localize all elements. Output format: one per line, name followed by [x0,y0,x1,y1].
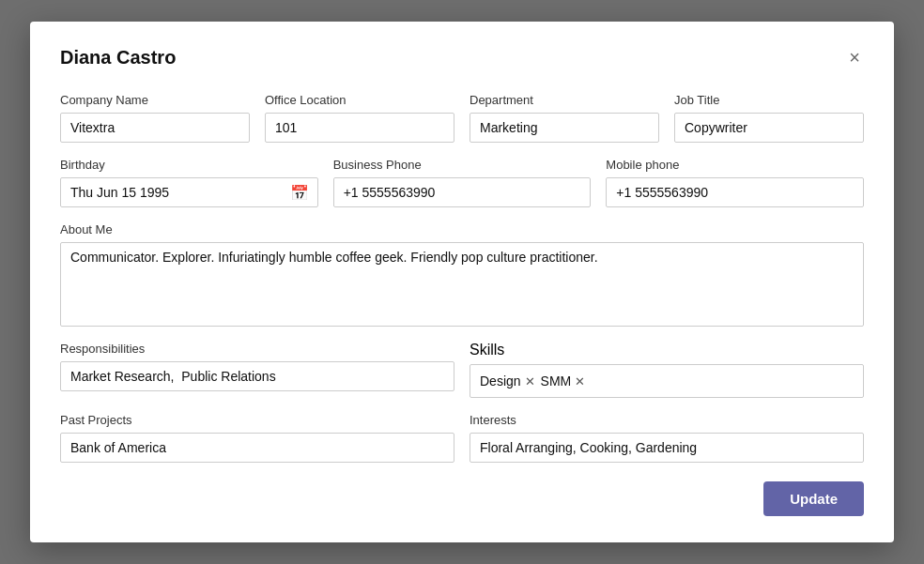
responsibilities-label: Responsibilities [60,342,454,356]
responsibilities-field: Responsibilities [60,342,454,398]
office-location-input[interactable] [265,113,454,143]
row-2: Birthday 📅 Business Phone Mobile phone [60,158,864,207]
birthday-label: Birthday [60,158,318,172]
business-phone-field: Business Phone [333,158,592,207]
mobile-phone-input[interactable] [606,177,864,207]
mobile-phone-field: Mobile phone [606,158,864,207]
mobile-phone-label: Mobile phone [606,158,864,172]
skills-label: Skills [470,342,864,358]
job-title-input[interactable] [674,113,864,143]
office-location-field: Office Location [265,93,454,143]
about-me-label: About Me [60,222,864,236]
skills-input-box[interactable]: Design ✕ SMM ✕ [470,364,864,398]
department-label: Department [470,93,659,107]
office-location-label: Office Location [265,93,454,107]
department-input[interactable] [470,113,659,143]
company-name-field: Company Name [60,93,250,143]
close-button[interactable]: × [845,44,864,70]
skill-tag-design-text: Design [480,373,521,389]
birthday-wrapper: 📅 [60,177,318,207]
modal-header: Diana Castro × [60,44,864,70]
skill-tag-smm: SMM ✕ [541,373,586,389]
update-button[interactable]: Update [763,481,864,516]
about-me-textarea[interactable]: Communicator. Explorer. Infuriatingly hu… [60,242,864,327]
row-1: Company Name Office Location Department … [60,93,864,143]
job-title-label: Job Title [674,93,864,107]
company-name-label: Company Name [60,93,250,107]
interests-field: Interests [470,413,864,463]
row-3: Responsibilities Skills Design ✕ SMM ✕ [60,342,864,398]
business-phone-input[interactable] [333,177,592,207]
past-projects-label: Past Projects [60,413,454,427]
birthday-input[interactable] [60,177,318,207]
about-me-field: About Me Communicator. Explorer. Infuria… [60,222,864,327]
skill-tag-smm-remove[interactable]: ✕ [575,375,585,388]
birthday-field: Birthday 📅 [60,158,318,207]
responsibilities-input[interactable] [60,361,454,391]
modal-title: Diana Castro [60,47,176,69]
business-phone-label: Business Phone [333,158,592,172]
interests-input[interactable] [470,433,864,463]
skills-field: Skills Design ✕ SMM ✕ [470,342,864,398]
department-field: Department [470,93,659,143]
job-title-field: Job Title [674,93,864,143]
row-4: Past Projects Interests [60,413,864,463]
profile-modal: Diana Castro × Company Name Office Locat… [30,22,894,542]
company-name-input[interactable] [60,113,250,143]
skill-tag-smm-text: SMM [541,373,572,389]
interests-label: Interests [470,413,864,427]
modal-footer: Update [60,481,864,516]
skill-tag-design: Design ✕ [480,373,535,389]
past-projects-input[interactable] [60,433,454,463]
skill-tag-design-remove[interactable]: ✕ [525,375,535,388]
past-projects-field: Past Projects [60,413,454,463]
